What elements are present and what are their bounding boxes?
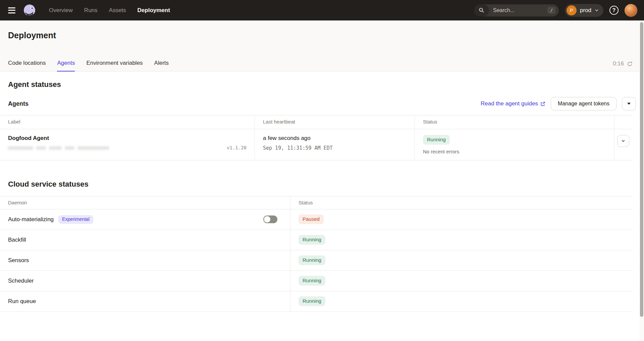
caret-down-icon	[627, 103, 631, 105]
daemon-name: Auto-materializing	[8, 216, 54, 223]
agent-version: v1.1.20	[227, 145, 247, 150]
agent-expand-button[interactable]	[617, 135, 629, 147]
external-link-icon	[540, 101, 545, 106]
col-actions	[614, 115, 633, 129]
agent-status-cell: Running No recent errors	[415, 129, 614, 160]
org-initial-badge: P	[567, 5, 577, 15]
tab-alerts[interactable]: Alerts	[154, 60, 169, 71]
daemon-status-cell: Paused	[290, 209, 633, 230]
deployment-switcher[interactable]: P prod	[565, 4, 603, 17]
agent-name: Dogfood Agent	[8, 135, 247, 142]
main-nav: OverviewRunsAssetsDeployment	[49, 7, 170, 14]
daemon-status-badge: Running	[299, 255, 325, 265]
agent-heartbeat-cell: a few seconds ago Sep 19, 11:31:59 AM ED…	[255, 129, 415, 160]
agent-expand-cell	[614, 129, 633, 160]
col-label: Label	[0, 115, 255, 129]
heartbeat-timestamp: Sep 19, 11:31:59 AM EDT	[263, 145, 407, 151]
heartbeat-relative: a few seconds ago	[263, 135, 407, 142]
daemon-cell: Scheduler	[0, 271, 290, 291]
cloud-table-header: Daemon Status	[0, 196, 633, 209]
daemon-name: Scheduler	[8, 278, 34, 284]
agents-table-header: Label Last heartbeat Status	[0, 115, 633, 129]
daemon-name: Sensors	[8, 257, 29, 264]
chevron-down-icon	[621, 139, 626, 143]
agent-label-cell: Dogfood Agent xxxxxxxx xxx xxxx xxx xxxx…	[0, 129, 255, 160]
auto-materializing-toggle[interactable]	[263, 215, 277, 223]
manage-agent-tokens-button[interactable]: Manage agent tokens	[551, 97, 616, 110]
user-avatar[interactable]	[625, 4, 637, 17]
col-daemon: Daemon	[0, 196, 290, 209]
daemon-status-cell: Running	[290, 250, 633, 271]
nav-item-assets[interactable]: Assets	[109, 7, 126, 14]
deployment-tabs: Code locationsAgentsEnvironment variable…	[0, 60, 177, 71]
daemon-status-badge: Running	[299, 276, 325, 286]
daemon-name: Run queue	[8, 298, 36, 305]
dagster-logo[interactable]	[23, 4, 36, 17]
tab-code-locations[interactable]: Code locations	[8, 60, 46, 71]
nav-item-overview[interactable]: Overview	[49, 7, 73, 14]
col-status: Status	[415, 115, 614, 129]
nav-item-deployment[interactable]: Deployment	[138, 7, 170, 14]
daemon-cell: Backfill	[0, 230, 290, 250]
daemon-status-badge: Running	[299, 235, 325, 245]
search-icon	[474, 4, 489, 16]
cloud-row-sensors: SensorsRunning	[0, 250, 633, 271]
chevron-down-icon	[595, 8, 599, 12]
daemon-cell: Run queue	[0, 291, 290, 311]
col-last-heartbeat: Last heartbeat	[255, 115, 415, 129]
tab-environment-variables[interactable]: Environment variables	[86, 60, 143, 71]
agent-table-row: Dogfood Agent xxxxxxxx xxx xxxx xxx xxxx…	[0, 129, 633, 160]
agent-errors-text: No recent errors	[423, 149, 459, 154]
scrollbar-track	[639, 20, 644, 341]
refresh-icon[interactable]	[627, 61, 633, 67]
deployment-name: prod	[580, 7, 591, 14]
refresh-countdown: 0:16	[613, 60, 624, 67]
daemon-cell: Sensors	[0, 250, 290, 271]
help-icon[interactable]: ?	[609, 6, 619, 15]
daemon-status-cell: Running	[290, 271, 633, 291]
search-shortcut-key: /	[547, 7, 555, 14]
agents-subheading: Agents	[8, 100, 29, 107]
daemon-status-badge: Running	[299, 296, 325, 306]
agents-more-actions-button[interactable]	[622, 97, 636, 110]
agent-status-badge: Running	[423, 135, 450, 145]
tab-agents[interactable]: Agents	[57, 60, 75, 71]
read-agent-guides-link[interactable]: Read the agent guides	[481, 100, 545, 107]
agents-table: Label Last heartbeat Status Dogfood Agen…	[0, 115, 633, 160]
cloud-row-run-queue: Run queueRunning	[0, 291, 633, 312]
col-status: Status	[290, 196, 633, 209]
cloud-services-table: Daemon Status Auto-materializingExperime…	[0, 196, 633, 312]
page-header: Deployment Code locationsAgentsEnvironme…	[0, 20, 644, 71]
top-navigation-bar: OverviewRunsAssetsDeployment Search... /…	[0, 0, 644, 20]
daemon-status-cell: Running	[290, 291, 633, 311]
search-placeholder: Search...	[493, 7, 547, 13]
cloud-row-auto-materializing: Auto-materializingExperimentalPaused	[0, 209, 633, 230]
cloud-service-statuses-heading: Cloud service statuses	[0, 180, 644, 189]
hamburger-menu-icon[interactable]	[7, 7, 16, 14]
cloud-row-backfill: BackfillRunning	[0, 230, 633, 250]
experimental-badge: Experimental	[58, 215, 93, 224]
daemon-status-badge: Paused	[299, 214, 324, 224]
daemon-status-cell: Running	[290, 230, 633, 250]
nav-item-runs[interactable]: Runs	[84, 7, 98, 14]
toggle-knob	[264, 216, 270, 223]
page-title: Deployment	[0, 31, 644, 40]
daemon-name: Backfill	[8, 237, 26, 243]
search-input[interactable]: Search... /	[474, 4, 559, 16]
cloud-row-scheduler: SchedulerRunning	[0, 271, 633, 291]
scrollbar-thumb[interactable]	[640, 22, 643, 317]
agent-statuses-heading: Agent statuses	[0, 80, 644, 89]
agent-id-redacted: xxxxxxxx xxx xxxx xxx xxxxxxxxxx	[8, 145, 109, 150]
daemon-cell: Auto-materializingExperimental	[0, 209, 290, 230]
